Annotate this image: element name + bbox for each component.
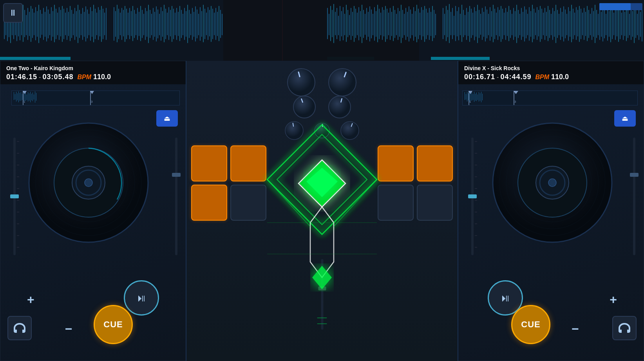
svg-rect-31: [45, 12, 45, 37]
svg-rect-145: [332, 10, 333, 37]
right-headphone-button[interactable]: [612, 316, 637, 340]
svg-rect-71: [114, 7, 114, 41]
pad-right-bot-2[interactable]: [417, 185, 453, 221]
svg-rect-185: [394, 10, 395, 38]
left-eject-button[interactable]: ⏏: [156, 110, 178, 127]
svg-rect-462: [630, 173, 639, 177]
svg-rect-226: [465, 15, 465, 35]
svg-rect-193: [407, 12, 408, 37]
pad-right-bot-1[interactable]: [378, 185, 414, 221]
left-cue-button[interactable]: CUE: [94, 305, 133, 344]
svg-rect-245: [494, 9, 495, 39]
left-minus-button[interactable]: −: [65, 322, 72, 336]
svg-rect-358: [31, 94, 32, 100]
svg-rect-33: [48, 9, 49, 38]
right-track-info: Divine X - Sick Rocks 00:16.71 - 04:44.5…: [458, 61, 644, 84]
left-play-icon: ⏯: [136, 292, 147, 304]
svg-rect-62: [93, 5, 94, 42]
pad-right-top-2[interactable]: [417, 145, 453, 181]
left-right-fader[interactable]: [170, 134, 182, 259]
svg-rect-269: [532, 5, 533, 42]
svg-rect-232: [474, 7, 475, 40]
svg-rect-187: [398, 8, 398, 40]
pad-left-top-2[interactable]: [230, 145, 266, 181]
right-plus-button[interactable]: +: [610, 292, 617, 307]
svg-rect-51: [76, 11, 77, 37]
svg-rect-178: [384, 10, 384, 36]
svg-rect-90: [143, 14, 144, 35]
svg-rect-204: [424, 6, 425, 42]
crossfader-vertical[interactable]: [317, 259, 327, 330]
mixer-knob-small-left[interactable]: [284, 121, 304, 140]
svg-rect-293: [570, 11, 570, 37]
svg-rect-124: [197, 9, 197, 38]
svg-rect-277: [545, 8, 545, 40]
svg-rect-242: [490, 7, 490, 41]
right-volume-fader[interactable]: [466, 134, 478, 259]
svg-rect-261: [519, 14, 520, 35]
left-turntable[interactable]: [28, 122, 149, 243]
right-deck: Divine X - Sick Rocks 00:16.71 - 04:44.5…: [458, 61, 644, 361]
svg-rect-380: [10, 194, 19, 198]
svg-rect-306: [590, 14, 591, 35]
mixer-knob-mid-left[interactable]: [293, 95, 316, 119]
right-eject-button[interactable]: ⏏: [614, 110, 636, 127]
pause-button[interactable]: ⏸: [3, 3, 23, 23]
mixer-knob-small-right[interactable]: [340, 121, 360, 140]
svg-rect-77: [123, 10, 124, 36]
svg-rect-128: [203, 5, 204, 42]
svg-rect-283: [554, 11, 555, 37]
right-right-fader[interactable]: [628, 134, 640, 259]
svg-rect-43: [63, 9, 64, 39]
pad-left-top-1[interactable]: [191, 145, 227, 181]
right-cue-button[interactable]: CUE: [511, 305, 550, 344]
svg-rect-248: [499, 10, 500, 36]
svg-rect-125: [198, 14, 199, 35]
mixer-knob-mid-right[interactable]: [328, 95, 351, 119]
svg-rect-275: [541, 9, 542, 39]
svg-rect-390: [172, 173, 181, 177]
svg-rect-223: [460, 14, 461, 35]
svg-rect-350: [22, 94, 22, 100]
right-turntable[interactable]: [492, 122, 613, 243]
svg-rect-216: [449, 4, 450, 43]
svg-rect-271: [535, 13, 536, 35]
left-plus-button[interactable]: +: [27, 292, 34, 307]
svg-rect-323: [617, 10, 617, 36]
right-pads-top: [378, 145, 453, 181]
mixer-knob-gain-right[interactable]: [328, 68, 357, 97]
left-volume-fader[interactable]: [8, 134, 20, 259]
svg-rect-234: [477, 5, 478, 43]
mixer-knob-gain-left[interactable]: [287, 68, 316, 97]
svg-rect-347: [18, 91, 19, 102]
pad-right-top-1[interactable]: [378, 145, 414, 181]
svg-rect-317: [607, 7, 608, 41]
svg-rect-105: [167, 13, 168, 35]
left-time-elapsed: 01:46.15: [6, 73, 37, 81]
svg-rect-211: [435, 14, 436, 35]
svg-rect-208: [431, 12, 431, 36]
pad-left-bot-2[interactable]: [230, 185, 266, 221]
svg-rect-265: [526, 9, 526, 38]
mixer-knob-center[interactable]: [314, 122, 330, 139]
svg-rect-99: [157, 9, 158, 38]
svg-rect-48: [71, 10, 72, 38]
svg-rect-182: [390, 8, 391, 40]
svg-rect-129: [204, 9, 205, 39]
svg-rect-243: [491, 11, 492, 37]
pad-left-bot-1[interactable]: [191, 185, 227, 221]
left-play-button[interactable]: ⏯: [124, 280, 159, 316]
svg-rect-26: [37, 11, 38, 37]
svg-rect-158: [352, 12, 353, 36]
svg-rect-431: [479, 92, 479, 102]
svg-rect-289: [563, 6, 564, 42]
svg-rect-109: [173, 9, 174, 39]
svg-rect-251: [504, 13, 505, 35]
svg-rect-67: [101, 6, 102, 42]
left-headphone-button[interactable]: [7, 316, 32, 340]
svg-rect-85: [136, 14, 136, 35]
right-track-name: Divine X - Sick Rocks: [464, 65, 638, 71]
svg-rect-221: [457, 11, 458, 36]
right-minus-button[interactable]: −: [572, 322, 579, 336]
svg-rect-294: [571, 5, 572, 42]
